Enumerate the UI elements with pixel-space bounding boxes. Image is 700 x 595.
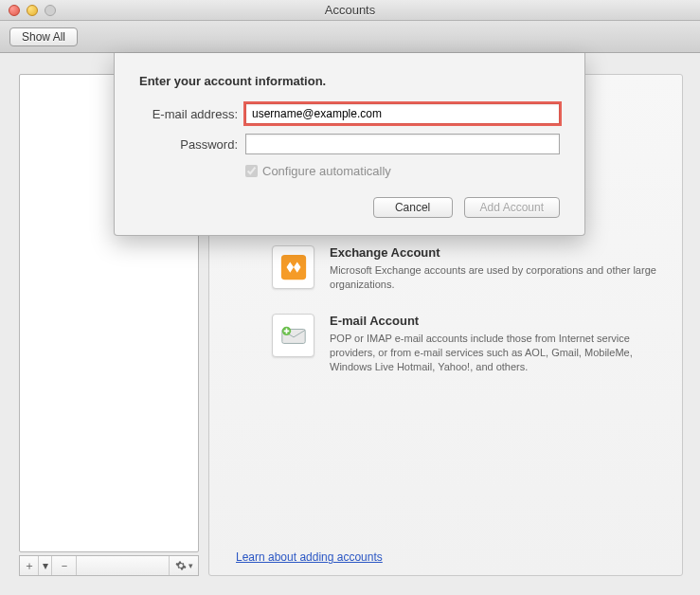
sheet-title: Enter your account information. bbox=[139, 74, 560, 88]
exchange-icon bbox=[272, 245, 314, 289]
titlebar: Accounts bbox=[0, 0, 700, 21]
email-row: E-mail address: bbox=[139, 103, 560, 124]
toolbar-spacer bbox=[77, 556, 170, 575]
learn-link[interactable]: Learn about adding accounts bbox=[236, 550, 383, 564]
exchange-title: Exchange Account bbox=[330, 245, 663, 260]
email-input[interactable] bbox=[245, 103, 560, 124]
email-label: E-mail address: bbox=[139, 107, 238, 121]
gear-icon bbox=[175, 560, 187, 571]
remove-account-button[interactable]: － bbox=[52, 556, 77, 575]
configure-auto-label: Configure automatically bbox=[262, 164, 391, 178]
add-account-button[interactable]: Add Account bbox=[464, 197, 560, 218]
account-info-sheet: Enter your account information. E-mail a… bbox=[114, 53, 585, 236]
email-title: E-mail Account bbox=[330, 314, 663, 328]
window-title: Accounts bbox=[0, 3, 700, 17]
password-input[interactable] bbox=[245, 134, 560, 154]
toolbar: Show All bbox=[0, 21, 700, 53]
sheet-button-row: Cancel Add Account bbox=[139, 197, 560, 218]
show-all-button[interactable]: Show All bbox=[9, 27, 78, 46]
gear-menu-button[interactable]: ▾ bbox=[170, 556, 198, 575]
accounts-list-toolbar: ＋ ▾ － ▾ bbox=[19, 555, 199, 576]
exchange-option[interactable]: Exchange Account Microsoft Exchange acco… bbox=[272, 245, 663, 292]
email-desc: POP or IMAP e-mail accounts include thos… bbox=[330, 332, 663, 374]
exchange-desc: Microsoft Exchange accounts are used by … bbox=[330, 263, 663, 292]
configure-auto-row: Configure automatically bbox=[245, 164, 560, 178]
configure-auto-checkbox[interactable] bbox=[245, 165, 258, 177]
cancel-button[interactable]: Cancel bbox=[373, 197, 453, 218]
email-icon bbox=[272, 314, 314, 357]
password-label: Password: bbox=[139, 137, 238, 152]
add-account-menu[interactable]: ▾ bbox=[39, 556, 52, 575]
chevron-down-icon: ▾ bbox=[188, 561, 193, 570]
password-row: Password: bbox=[139, 134, 560, 154]
add-account-button[interactable]: ＋ bbox=[20, 556, 39, 575]
email-option[interactable]: E-mail Account POP or IMAP e-mail accoun… bbox=[272, 314, 663, 374]
